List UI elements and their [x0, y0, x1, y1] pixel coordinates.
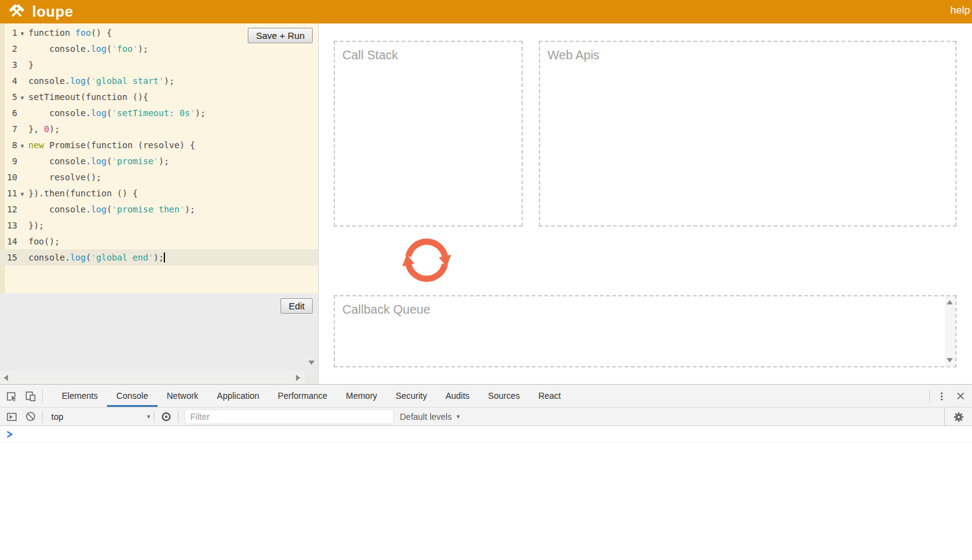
code-lines: 1▾function foo() {2 console.log('foo');3…: [0, 25, 318, 265]
levels-value: Default levels: [400, 412, 452, 422]
code-line-13[interactable]: 13});: [0, 217, 318, 233]
code-line-15[interactable]: 15console.log('global end');: [0, 249, 318, 265]
save-run-button[interactable]: Save + Run: [248, 28, 313, 43]
tab-network[interactable]: Network: [158, 385, 208, 407]
code-text: });: [27, 217, 44, 233]
code-text: }: [27, 57, 33, 73]
settings-gear-icon[interactable]: [949, 412, 968, 422]
console-prompt-row[interactable]: [0, 426, 972, 443]
code-text: new Promise(function (resolve) {: [27, 137, 195, 153]
code-line-11[interactable]: 11▾}).then(function () {: [0, 185, 318, 201]
callback-queue-scrollbar[interactable]: [945, 296, 955, 366]
close-icon[interactable]: [951, 392, 970, 400]
scroll-up-icon[interactable]: [947, 300, 953, 304]
edit-button[interactable]: Edit: [281, 298, 313, 314]
callback-queue-label: Callback Queue: [335, 296, 955, 323]
fold-arrow-icon[interactable]: ▾: [17, 26, 27, 42]
code-editor[interactable]: 1▾function foo() {2 console.log('foo');3…: [0, 23, 318, 293]
code-line-14[interactable]: 14foo();: [0, 233, 318, 249]
context-selector[interactable]: top ▼: [51, 412, 151, 422]
scrollbar-corner: [305, 371, 318, 384]
editor-panel: 1▾function foo() {2 console.log('foo');3…: [0, 23, 319, 384]
chevron-down-icon: ▼: [146, 414, 151, 420]
code-line-9[interactable]: 9 console.log('promise');: [0, 153, 318, 169]
code-line-7[interactable]: 7}, 0);: [0, 121, 318, 137]
line-number[interactable]: 12: [0, 201, 27, 217]
line-number[interactable]: 9: [0, 153, 27, 169]
line-number[interactable]: 4: [0, 73, 27, 89]
line-number[interactable]: 13: [0, 217, 27, 233]
console-prompt-chevron-icon: [6, 430, 14, 438]
tab-memory[interactable]: Memory: [337, 385, 387, 407]
devtools-panel: ElementsConsoleNetworkApplicationPerform…: [0, 384, 972, 560]
scroll-down-icon[interactable]: [947, 358, 953, 362]
code-line-6[interactable]: 6 console.log('setTimeout: 0s');: [0, 105, 318, 121]
line-number[interactable]: 2: [0, 41, 27, 57]
tab-console[interactable]: Console: [107, 385, 157, 407]
code-text: console.log('global end');: [27, 249, 165, 265]
clear-console-icon[interactable]: [21, 411, 40, 422]
text-cursor: [164, 253, 165, 262]
editor-horizontal-scrollbar[interactable]: [0, 371, 305, 384]
separator: [42, 411, 43, 422]
device-toolbar-icon[interactable]: [21, 385, 40, 407]
toolbar-right-controls: [944, 407, 972, 426]
code-line-8[interactable]: 8▾new Promise(function (resolve) {: [0, 137, 318, 153]
code-text: console.log('promise');: [27, 153, 169, 169]
console-toolbar: top ▼ Default levels ▼: [0, 407, 972, 426]
fold-arrow-icon[interactable]: ▾: [17, 90, 27, 106]
code-text: foo();: [27, 233, 60, 249]
context-value: top: [51, 412, 63, 422]
web-apis-label: Web Apis: [540, 42, 955, 69]
fold-arrow-icon[interactable]: ▾: [17, 186, 27, 203]
line-number[interactable]: 15: [0, 249, 27, 265]
callback-queue-zone: Callback Queue: [334, 295, 957, 367]
code-text: }).then(function () {: [27, 185, 138, 201]
tab-application[interactable]: Application: [208, 385, 269, 407]
hammer-pick-logo-icon: [7, 2, 26, 21]
help-link[interactable]: help: [950, 4, 970, 17]
fold-arrow-icon[interactable]: ▾: [17, 138, 27, 154]
line-number[interactable]: 5▾: [0, 89, 27, 105]
live-expression-eye-icon[interactable]: [157, 411, 175, 422]
call-stack-zone: Call Stack: [334, 41, 523, 227]
tab-sources[interactable]: Sources: [479, 385, 529, 407]
chevron-down-icon: ▼: [455, 414, 461, 420]
devtools-tabbar: ElementsConsoleNetworkApplicationPerform…: [0, 385, 972, 407]
line-number[interactable]: 7: [0, 121, 27, 137]
line-number[interactable]: 3: [0, 57, 27, 73]
tab-audits[interactable]: Audits: [436, 385, 479, 407]
code-text: }, 0);: [27, 121, 60, 137]
line-number[interactable]: 11▾: [0, 185, 27, 201]
code-line-10[interactable]: 10 resolve();: [0, 169, 318, 185]
inspect-element-icon[interactable]: [2, 385, 21, 407]
code-line-12[interactable]: 12 console.log('promise then');: [0, 201, 318, 217]
line-number[interactable]: 6: [0, 105, 27, 121]
code-line-3[interactable]: 3}: [0, 57, 318, 73]
tabbar-right-controls: [927, 385, 972, 407]
log-levels-selector[interactable]: Default levels ▼: [400, 412, 461, 422]
tab-security[interactable]: Security: [386, 385, 436, 407]
separator: [154, 411, 154, 422]
tab-performance[interactable]: Performance: [269, 385, 337, 407]
line-number[interactable]: 14: [0, 233, 27, 249]
console-sidebar-icon[interactable]: [2, 411, 21, 422]
kebab-menu-icon[interactable]: [932, 391, 951, 401]
line-number[interactable]: 10: [0, 169, 27, 185]
tab-react[interactable]: React: [529, 385, 570, 407]
loupe-app: loupe help 1▾function foo() {2 console.l…: [0, 0, 972, 560]
separator: [929, 390, 930, 403]
devtools-tabs: ElementsConsoleNetworkApplicationPerform…: [53, 385, 570, 407]
scroll-left-icon[interactable]: [4, 375, 8, 381]
editor-scroll-down-icon[interactable]: [308, 361, 315, 365]
app-header: loupe help: [0, 0, 972, 23]
code-line-4[interactable]: 4console.log('global start');: [0, 73, 318, 89]
call-stack-label: Call Stack: [335, 42, 522, 69]
scroll-right-icon[interactable]: [296, 375, 300, 381]
code-line-5[interactable]: 5▾setTimeout(function (){: [0, 89, 318, 105]
line-number[interactable]: 8▾: [0, 137, 27, 153]
line-number[interactable]: 1▾: [0, 25, 27, 41]
filter-input[interactable]: [185, 409, 394, 424]
tab-elements[interactable]: Elements: [53, 385, 107, 407]
code-text: function foo() {: [27, 25, 112, 41]
